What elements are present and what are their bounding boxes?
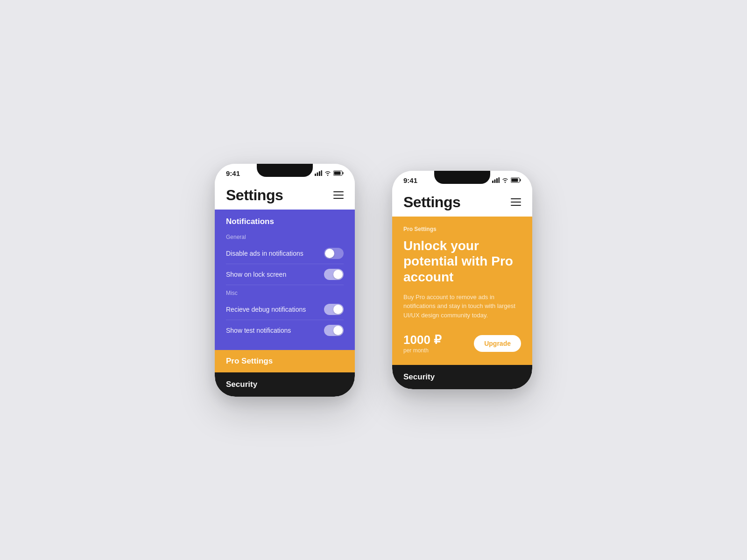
pro-price-amount: 1000 ₽ xyxy=(403,333,442,347)
pro-section-1[interactable]: Pro Settings xyxy=(215,350,355,372)
phone-1: 9:41 Settings xyxy=(215,164,355,397)
toggle-debug[interactable] xyxy=(324,304,344,315)
svg-rect-6 xyxy=(334,172,341,175)
security-title-2: Security xyxy=(403,372,521,382)
toggle-knob xyxy=(333,326,343,335)
toggle-test[interactable] xyxy=(324,325,344,336)
svg-rect-13 xyxy=(512,179,518,182)
setting-row-debug: Recieve debug notifications xyxy=(226,299,344,320)
pro-settings-label: Pro Settings xyxy=(403,226,521,232)
pro-price-period: per month xyxy=(403,347,442,354)
page-title-1: Settings xyxy=(226,187,283,204)
app-header-2: Settings xyxy=(392,186,532,217)
signal-icon-2 xyxy=(492,177,500,183)
security-section-2[interactable]: Security xyxy=(392,365,532,389)
wifi-icon-2 xyxy=(502,178,508,183)
setting-row-lock-screen: Show on lock screen xyxy=(226,264,344,285)
notifications-section: Notifications General Disable ads in not… xyxy=(215,210,355,350)
general-label: General xyxy=(226,234,344,240)
signal-icon xyxy=(315,170,322,176)
status-time-2: 9:41 xyxy=(403,176,417,184)
svg-rect-1 xyxy=(317,173,318,176)
toggle-knob xyxy=(325,249,334,258)
notch xyxy=(257,164,313,177)
battery-icon xyxy=(333,170,344,176)
notifications-title: Notifications xyxy=(226,217,344,226)
toggle-knob xyxy=(333,305,343,314)
app-header-1: Settings xyxy=(215,179,355,210)
setting-row-disable-ads: Disable ads in notifications xyxy=(226,243,344,264)
svg-rect-12 xyxy=(520,179,521,182)
battery-icon-2 xyxy=(511,177,521,183)
wifi-icon xyxy=(324,171,331,176)
svg-rect-8 xyxy=(494,180,496,183)
status-icons-1 xyxy=(315,170,344,176)
toggle-disable-ads[interactable] xyxy=(324,248,344,259)
svg-rect-9 xyxy=(496,178,498,183)
svg-rect-2 xyxy=(319,171,320,176)
svg-rect-3 xyxy=(321,170,323,176)
menu-button-1[interactable] xyxy=(333,191,344,199)
menu-button-2[interactable] xyxy=(511,198,521,206)
upgrade-button[interactable]: Upgrade xyxy=(474,335,521,352)
security-title-1: Security xyxy=(226,380,344,389)
svg-rect-5 xyxy=(343,172,344,175)
pro-headline: Unlock your potential with Pro account xyxy=(403,238,521,285)
status-icons-2 xyxy=(492,177,521,183)
pro-title-1: Pro Settings xyxy=(226,357,344,366)
svg-rect-10 xyxy=(499,177,500,183)
phone-2: 9:41 Settings xyxy=(392,171,532,389)
test-notif-label: Show test notifications xyxy=(226,327,291,334)
pro-pricing: 1000 ₽ per month Upgrade xyxy=(403,333,521,354)
toggle-knob xyxy=(333,270,343,279)
misc-label: Misc xyxy=(226,290,344,296)
page-title-2: Settings xyxy=(403,194,460,211)
svg-rect-7 xyxy=(492,181,493,183)
disable-ads-label: Disable ads in notifications xyxy=(226,250,303,257)
svg-rect-0 xyxy=(315,174,316,176)
toggle-lock-screen[interactable] xyxy=(324,269,344,280)
pro-price-block: 1000 ₽ per month xyxy=(403,333,442,354)
status-time-1: 9:41 xyxy=(226,169,240,177)
setting-row-test: Show test notifications xyxy=(226,320,344,341)
debug-label: Recieve debug notifications xyxy=(226,306,306,313)
security-section-1[interactable]: Security xyxy=(215,372,355,397)
pro-description: Buy Pro account to remove ads in notific… xyxy=(403,293,521,320)
pro-section-expanded: Pro Settings Unlock your potential with … xyxy=(392,217,532,365)
lock-screen-label: Show on lock screen xyxy=(226,271,286,278)
notch-2 xyxy=(434,171,490,184)
